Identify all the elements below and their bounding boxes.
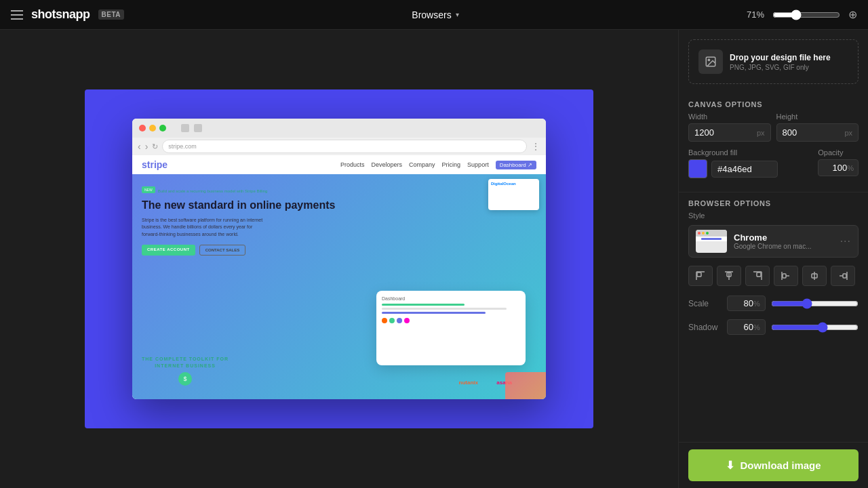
toolkit-title-line2: INTERNET BUSINESS (142, 363, 229, 369)
shadow-unit: % (753, 323, 760, 331)
download-button[interactable]: ⬇ Download image (688, 449, 859, 481)
hex-input-container (711, 161, 778, 178)
hex-input[interactable] (717, 164, 772, 174)
drop-text: Drop your design file here PNG, JPG, SVG… (730, 53, 831, 71)
drop-text-sub: PNG, JPG, SVG, GIF only (730, 64, 831, 71)
browser-content: stripe Products Developers Company Prici… (132, 155, 546, 399)
download-label: Download image (740, 460, 821, 471)
style-info: Chrome Google Chrome on mac... (734, 232, 812, 250)
align-top-center-btn[interactable] (717, 266, 741, 286)
browser-dots[interactable]: ⋮ (531, 141, 540, 152)
svg-point-1 (708, 59, 709, 60)
style-label: Style (688, 211, 859, 220)
nav-dashboard: Dashboard ↗ (496, 161, 536, 169)
dimension-row: Width px Height px (688, 113, 859, 142)
menu-icon[interactable] (11, 10, 23, 20)
toolkit-icon-1: $ (178, 372, 192, 386)
bg-fill-label: Background fill (688, 148, 778, 157)
create-account-btn[interactable]: CREATE ACCOUNT (142, 245, 195, 256)
back-btn[interactable]: ‹ (138, 141, 141, 152)
svg-rect-10 (757, 272, 761, 277)
svg-rect-12 (783, 274, 786, 278)
shadow-input[interactable] (733, 322, 753, 332)
zoom-slider[interactable] (772, 9, 840, 20)
style-sub: Google Chrome on mac... (734, 243, 812, 250)
drop-icon (698, 49, 723, 74)
svg-rect-4 (697, 272, 701, 277)
stripe-badge-text: Build and scale a recurring business mod… (158, 189, 268, 193)
scale-label: Scale (688, 299, 722, 308)
height-unit: px (839, 129, 858, 137)
style-card[interactable]: Chrome Google Chrome on mac... ··· (688, 225, 859, 258)
shadow-slider[interactable] (771, 322, 859, 333)
style-more-btn[interactable]: ··· (840, 235, 851, 247)
width-label: Width (688, 113, 771, 121)
stripe-logo: stripe (142, 159, 167, 170)
contact-sales-btn[interactable]: CONTACT SALES (199, 245, 246, 256)
color-swatch[interactable] (688, 159, 707, 178)
scale-unit: % (753, 300, 760, 308)
browser-titlebar (132, 119, 546, 138)
opacity-label: Opacity (818, 148, 859, 157)
bg-fill-group: Background fill (688, 148, 778, 178)
nav-support: Support (467, 161, 489, 168)
height-group: Height px (776, 113, 859, 142)
width-unit: px (751, 129, 770, 137)
style-thumb (696, 230, 727, 253)
svg-rect-17 (843, 274, 846, 278)
bg-fill-row: Background fill Opacity % (688, 148, 859, 178)
zoom-icon[interactable]: ⊕ (848, 8, 857, 21)
refresh-btn[interactable]: ↻ (152, 142, 158, 151)
color-input-row (688, 159, 778, 178)
address-bar[interactable]: stripe.com (162, 140, 527, 153)
opacity-input[interactable] (823, 163, 847, 173)
close-button-dot (139, 125, 146, 131)
scale-row: Scale % (688, 296, 859, 311)
toolkit-section: THE COMPLETE TOOLKIT FOR INTERNET BUSINE… (142, 356, 229, 386)
browser-addressbar-row: ‹ › ↻ stripe.com ⋮ (132, 138, 546, 155)
stripe-hero: NEW Build and scale a recurring business… (132, 174, 546, 256)
scale-input[interactable] (733, 298, 753, 308)
drop-zone[interactable]: Drop your design file here PNG, JPG, SVG… (688, 39, 859, 84)
opacity-input-container: % (818, 159, 859, 176)
forward-nav-placeholder (194, 124, 202, 132)
do-logo: DigitalOcean (491, 182, 536, 186)
browser-selector-label: Browsers (412, 9, 451, 20)
stripe-nav-links: Products Developers Company Pricing Supp… (340, 161, 536, 169)
align-left-btn[interactable] (774, 266, 798, 286)
maximize-button-dot (159, 125, 166, 131)
shadow-row: Shadow % (688, 319, 859, 335)
width-input[interactable] (689, 124, 751, 141)
minimize-button-dot (149, 125, 156, 131)
shadow-label: Shadow (688, 323, 722, 332)
stripe-body: Stripe is the best software platform for… (142, 217, 264, 239)
align-right-btn[interactable] (831, 266, 855, 286)
shadow-value-box: % (727, 319, 766, 335)
toolkit-title-line1: THE COMPLETE TOOLKIT FOR (142, 356, 229, 363)
main-layout: ‹ › ↻ stripe.com ⋮ stripe Products Devel… (0, 30, 868, 488)
width-input-row: px (688, 123, 771, 142)
decor-rect (505, 372, 546, 399)
forward-btn[interactable]: › (145, 141, 149, 152)
canvas-options: Width px Height px Background fill (679, 113, 868, 192)
do-card: DigitalOcean (488, 179, 539, 210)
canvas-area: ‹ › ↻ stripe.com ⋮ stripe Products Devel… (0, 30, 678, 488)
scale-slider[interactable] (771, 298, 859, 309)
canvas-options-header: CANVAS OPTIONS (679, 94, 868, 113)
nav-products: Products (340, 161, 365, 168)
align-top-right-btn[interactable] (745, 266, 770, 286)
back-nav-placeholder (181, 124, 189, 132)
download-icon: ⬇ (726, 459, 734, 472)
beta-badge: BETA (98, 9, 124, 20)
nav-pricing: Pricing (442, 161, 461, 168)
stripe-badge: NEW (142, 186, 155, 193)
app-logo: shotsnapp (31, 7, 90, 22)
zoom-level-label: 71% (747, 9, 764, 20)
topbar-right: 71% ⊕ (747, 8, 857, 21)
align-center-btn[interactable] (802, 266, 827, 286)
topbar-center: Browsers ▾ (124, 7, 747, 23)
height-input[interactable] (777, 124, 840, 141)
nav-developers: Developers (372, 161, 403, 168)
align-top-left-btn[interactable] (688, 266, 713, 286)
browser-selector[interactable]: Browsers ▾ (405, 7, 465, 23)
